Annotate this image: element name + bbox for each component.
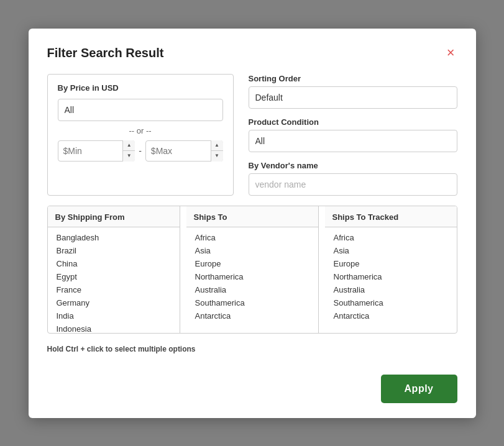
shipping-from-list[interactable]: Bangladesh Brazil China Egypt France Ger…: [48, 227, 180, 333]
condition-select[interactable]: All: [249, 130, 457, 152]
list-item[interactable]: Antarctica: [186, 309, 318, 322]
price-section: By Price in USD All -- or -- ▲ ▼: [47, 74, 234, 196]
list-item[interactable]: Antarctica: [325, 309, 457, 322]
price-section-label: By Price in USD: [58, 83, 223, 93]
top-row: By Price in USD All -- or -- ▲ ▼: [47, 74, 457, 196]
vendor-label: By Vendor's name: [249, 161, 457, 170]
list-item[interactable]: France: [48, 283, 180, 296]
modal-title: Filter Search Result: [47, 46, 164, 60]
list-item[interactable]: Africa: [325, 231, 457, 244]
modal-body: By Price in USD All -- or -- ▲ ▼: [47, 74, 457, 403]
list-item[interactable]: Northamerica: [186, 270, 318, 283]
ships-to-list[interactable]: Africa Asia Europe Northamerica Australi…: [186, 227, 318, 333]
shipping-row: By Shipping From Bangladesh Brazil China…: [47, 206, 457, 334]
sorting-label: Sorting Order: [249, 74, 457, 83]
close-button[interactable]: ×: [444, 46, 457, 60]
price-min-spinners: ▲ ▼: [122, 140, 135, 162]
price-max-spinners: ▲ ▼: [211, 140, 223, 162]
price-min-up[interactable]: ▲: [123, 140, 135, 152]
list-item[interactable]: Europe: [186, 257, 318, 270]
list-item[interactable]: China: [48, 257, 180, 270]
list-item[interactable]: Australia: [186, 283, 318, 296]
list-item[interactable]: Bangladesh: [48, 231, 180, 244]
list-item[interactable]: Asia: [186, 244, 318, 257]
list-item[interactable]: Europe: [325, 257, 457, 270]
price-range-row: ▲ ▼ - ▲ ▼: [58, 140, 223, 162]
list-item[interactable]: Australia: [325, 283, 457, 296]
vendor-group: By Vendor's name: [249, 161, 457, 196]
sorting-select[interactable]: Default: [249, 86, 457, 109]
filter-modal: Filter Search Result × By Price in USD A…: [29, 29, 476, 418]
multi-select-hint: Hold Ctrl + click to select multiple opt…: [47, 345, 457, 353]
list-item[interactable]: Egypt: [48, 270, 180, 283]
modal-footer: Apply: [47, 375, 457, 403]
price-max-wrap: ▲ ▼: [145, 140, 223, 162]
list-item[interactable]: Brazil: [48, 244, 180, 257]
ships-to-tracked-col: Ships To Tracked Africa Asia Europe Nort…: [325, 206, 457, 333]
range-dash: -: [139, 146, 142, 156]
ships-to-col: Ships To Africa Asia Europe Northamerica…: [186, 206, 319, 333]
price-max-down[interactable]: ▼: [211, 151, 223, 162]
price-all-select[interactable]: All: [58, 99, 223, 121]
list-item[interactable]: Southamerica: [186, 296, 318, 309]
right-filters: Sorting Order Default Product Condition …: [249, 74, 457, 196]
apply-button[interactable]: Apply: [381, 375, 457, 403]
list-item[interactable]: Northamerica: [325, 270, 457, 283]
list-item[interactable]: Indonesia: [48, 322, 180, 333]
price-min-down[interactable]: ▼: [123, 151, 135, 162]
ships-to-header: Ships To: [186, 206, 318, 227]
or-divider: -- or --: [58, 126, 223, 135]
sorting-group: Sorting Order Default: [249, 74, 457, 109]
list-item[interactable]: Southamerica: [325, 296, 457, 309]
list-item[interactable]: Asia: [325, 244, 457, 257]
shipping-from-header: By Shipping From: [48, 206, 180, 227]
list-item[interactable]: India: [48, 309, 180, 322]
price-min-wrap: ▲ ▼: [58, 140, 135, 162]
price-max-up[interactable]: ▲: [211, 140, 223, 152]
list-item[interactable]: Africa: [186, 231, 318, 244]
ships-to-tracked-header: Ships To Tracked: [325, 206, 457, 227]
vendor-input[interactable]: [249, 173, 457, 196]
modal-header: Filter Search Result ×: [47, 46, 457, 60]
list-item[interactable]: Germany: [48, 296, 180, 309]
condition-label: Product Condition: [249, 117, 457, 127]
modal-overlay: Filter Search Result × By Price in USD A…: [0, 0, 504, 446]
ships-to-tracked-list[interactable]: Africa Asia Europe Northamerica Australi…: [325, 227, 457, 333]
shipping-from-col: By Shipping From Bangladesh Brazil China…: [48, 206, 180, 333]
condition-group: Product Condition All: [249, 117, 457, 152]
